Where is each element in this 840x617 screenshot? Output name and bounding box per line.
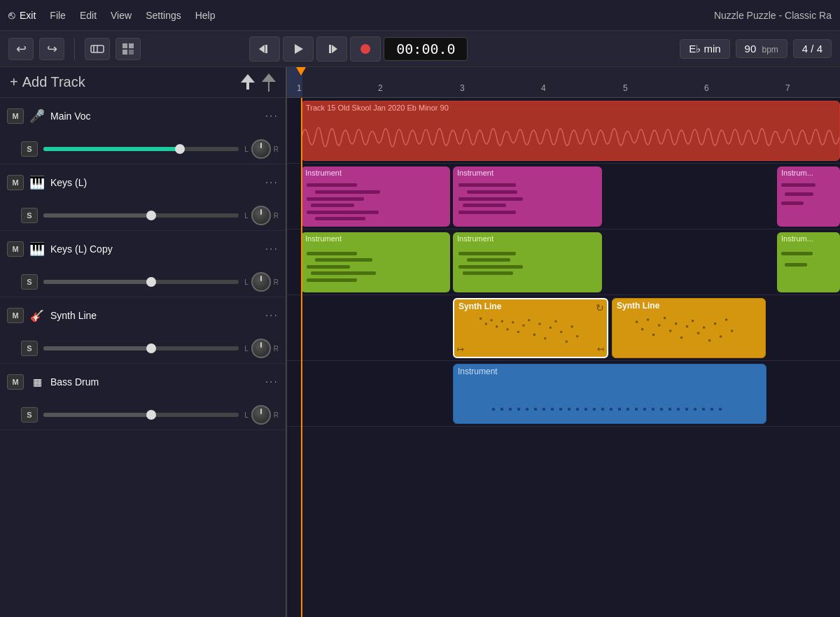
svg-rect-61 <box>568 408 570 411</box>
svg-rect-1 <box>122 43 127 48</box>
clip-main-voc[interactable]: Track 15 Old Skool Jan 2020 Eb Minor 90 <box>301 101 840 161</box>
volume-slider-main-voc[interactable] <box>43 147 239 151</box>
time-sig-display[interactable]: 4 / 4 <box>793 39 832 58</box>
toolbar: ↩ ↪ 00:00.0 E♭ min <box>0 31 840 67</box>
notes-synth-b-svg <box>615 314 762 348</box>
clip-keys-l-b-label: Instrument <box>453 166 602 179</box>
playhead-marker-icon <box>262 73 276 92</box>
menu-edit[interactable]: Edit <box>80 10 97 21</box>
clip-keys-lc-c-label: Instrum... <box>777 232 840 245</box>
svg-rect-60 <box>559 408 562 411</box>
clip-keys-l-b[interactable]: Instrument <box>453 166 602 227</box>
svg-rect-16 <box>485 323 487 325</box>
loop-button[interactable] <box>85 38 110 60</box>
tracks-timeline[interactable]: Track 15 Old Skool Jan 2020 Eb Minor 90 … <box>287 98 840 617</box>
track-menu-keys-l-copy[interactable]: ··· <box>265 243 279 255</box>
rewind-button[interactable] <box>249 36 280 62</box>
notes-keys-l-b <box>456 179 599 224</box>
ruler-mark-2: 2 <box>378 83 383 93</box>
pan-knob-keys-l[interactable] <box>251 206 271 225</box>
undo-button[interactable]: ↩ <box>8 38 34 60</box>
track-header-main-voc: M 🎤 Main Voc ··· <box>0 98 286 134</box>
track-row-main-voc: M 🎤 Main Voc ··· S L R <box>0 98 286 164</box>
exit-button[interactable]: ⎋ Exit <box>8 9 36 22</box>
svg-rect-48 <box>714 322 716 325</box>
clip-synth-a-label: Synth Line <box>454 299 607 313</box>
solo-button-keys-l-copy[interactable]: S <box>21 274 38 290</box>
menu-view[interactable]: View <box>111 10 132 21</box>
svg-rect-28 <box>550 327 552 329</box>
svg-rect-41 <box>675 322 677 325</box>
redo-button[interactable]: ↪ <box>39 38 64 60</box>
solo-button-bass-drum[interactable]: S <box>21 407 38 423</box>
menu-settings[interactable]: Settings <box>146 10 181 21</box>
clip-keys-lc-b-label: Instrument <box>453 232 602 245</box>
notes-keys-l-c <box>780 179 837 224</box>
key-display[interactable]: E♭ min <box>680 39 729 59</box>
svg-rect-55 <box>517 408 520 411</box>
add-icon: + <box>10 74 18 90</box>
mute-button-bass-drum[interactable]: M <box>7 374 24 390</box>
track-menu-synth-line[interactable]: ··· <box>265 309 279 322</box>
clip-keys-l-a-label: Instrument <box>301 166 450 179</box>
svg-rect-70 <box>643 408 646 411</box>
clip-synth-b[interactable]: Synth Line <box>612 298 766 358</box>
clip-bass-drum-a[interactable]: Instrument <box>453 364 766 424</box>
svg-rect-53 <box>500 408 503 411</box>
play-button[interactable] <box>283 36 314 62</box>
track-menu-bass-drum[interactable]: ··· <box>265 376 279 388</box>
svg-rect-9 <box>329 45 331 53</box>
solo-button-keys-l[interactable]: S <box>21 208 38 223</box>
playhead-arrow-icon <box>296 67 306 76</box>
mute-button-main-voc[interactable]: M <box>7 108 24 124</box>
lane-keys-l: Instrument Instrument <box>287 164 840 229</box>
solo-button-synth-line[interactable]: S <box>21 341 38 356</box>
clip-synth-a[interactable]: Synth Line ↻ ↦ ↤ <box>453 298 608 358</box>
track-controls-main-voc: S L R <box>0 134 286 164</box>
track-name-keys-l: Keys (L) <box>50 177 260 188</box>
mute-button-keys-l[interactable]: M <box>7 175 24 190</box>
pan-knob-main-voc[interactable] <box>251 139 271 159</box>
volume-slider-bass-drum[interactable] <box>43 413 239 417</box>
track-menu-keys-l[interactable]: ··· <box>265 176 279 189</box>
volume-slider-synth-line[interactable] <box>43 346 239 350</box>
mute-button-synth-line[interactable]: M <box>7 308 24 323</box>
grid-button[interactable] <box>115 38 141 60</box>
clip-keys-lc-a[interactable]: Instrument <box>301 232 450 292</box>
pan-knob-keys-l-copy[interactable] <box>251 272 271 292</box>
svg-rect-73 <box>668 408 671 411</box>
add-track-button[interactable]: + Add Track <box>10 74 85 90</box>
track-panel: + Add Track M 🎤 Main Voc <box>0 67 287 617</box>
pan-knob-container-bass-drum: L R <box>244 405 279 425</box>
solo-button-main-voc[interactable]: S <box>21 141 38 157</box>
track-name-bass-drum: Bass Drum <box>50 376 260 388</box>
svg-rect-72 <box>660 408 663 411</box>
svg-rect-78 <box>710 408 713 411</box>
mute-button-keys-l-copy[interactable]: M <box>7 241 24 257</box>
notes-keys-lc-c <box>780 245 837 290</box>
svg-rect-49 <box>720 335 722 337</box>
clip-keys-lc-b[interactable]: Instrument <box>453 232 602 292</box>
refresh-icon-synth-a: ↻ <box>596 302 604 313</box>
clip-keys-l-c[interactable]: Instrum... <box>777 166 840 227</box>
clip-keys-l-a[interactable]: Instrument <box>301 166 450 227</box>
svg-rect-29 <box>555 320 557 322</box>
pan-knob-synth-line[interactable] <box>251 339 271 358</box>
menu-help[interactable]: Help <box>195 10 216 21</box>
menu-file[interactable]: File <box>50 10 66 21</box>
svg-rect-47 <box>708 339 710 341</box>
track-menu-main-voc[interactable]: ··· <box>265 110 279 122</box>
waveform-svg <box>302 114 839 160</box>
pan-knob-container-keys-l: L R <box>244 206 279 225</box>
volume-slider-keys-l[interactable] <box>43 213 239 218</box>
ruler-mark-4: 4 <box>541 83 546 93</box>
volume-slider-keys-l-copy[interactable] <box>43 280 239 284</box>
pan-knob-bass-drum[interactable] <box>251 405 271 425</box>
record-button[interactable] <box>350 36 381 62</box>
svg-marker-7 <box>295 44 303 54</box>
menu-items: File Edit View Settings Help <box>50 10 714 21</box>
svg-rect-66 <box>610 408 612 411</box>
track-controls-keys-l: S L R <box>0 201 286 230</box>
clip-keys-lc-c[interactable]: Instrum... <box>777 232 840 292</box>
skip-button[interactable] <box>316 36 347 62</box>
